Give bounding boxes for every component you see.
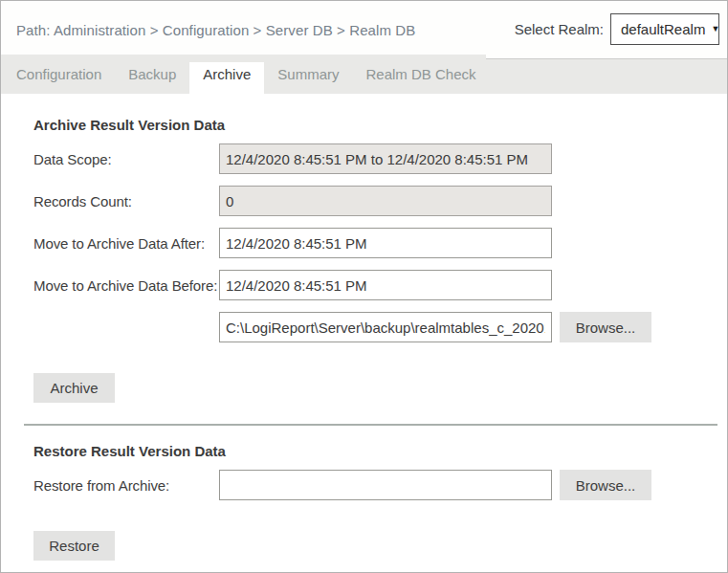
tab-realm-db-check[interactable]: Realm DB Check <box>353 55 490 94</box>
archive-tab-content: Archive Result Version Data Data Scope: … <box>1 94 727 573</box>
records-count-row: Records Count: <box>33 186 727 216</box>
move-after-input[interactable] <box>219 228 552 258</box>
data-scope-input <box>219 143 552 174</box>
realm-db-page: Path: Administration > Configuration > S… <box>0 0 728 573</box>
move-after-label: Move to Archive Data After: <box>33 235 219 252</box>
tab-bar: Configuration Backup Archive Summary Rea… <box>1 55 727 94</box>
select-realm-label: Select Realm: <box>515 21 604 37</box>
tab-configuration[interactable]: Configuration <box>3 55 115 94</box>
restore-from-archive-input[interactable] <box>219 470 552 500</box>
archive-path-input[interactable] <box>219 312 552 342</box>
restore-button[interactable]: Restore <box>33 531 115 561</box>
breadcrumb: Path: Administration > Configuration > S… <box>16 22 415 38</box>
move-after-row: Move to Archive Data After: <box>33 228 727 258</box>
records-count-input <box>219 186 552 216</box>
tab-backup[interactable]: Backup <box>115 55 189 94</box>
records-count-label: Records Count: <box>33 193 219 209</box>
page-header: Path: Administration > Configuration > S… <box>1 1 727 55</box>
move-before-label: Move to Archive Data Before: <box>33 277 219 294</box>
data-scope-label: Data Scope: <box>33 151 219 167</box>
restore-section-title: Restore Result Version Data <box>33 443 727 459</box>
section-divider <box>24 424 717 426</box>
chevron-down-icon: ▼ <box>711 24 719 33</box>
move-before-input[interactable] <box>219 270 552 300</box>
browse-restore-button[interactable]: Browse... <box>560 470 651 500</box>
browse-archive-button[interactable]: Browse... <box>560 312 651 342</box>
realm-select[interactable]: defaultRealm ▼ <box>610 13 719 45</box>
archive-section-title: Archive Result Version Data <box>33 117 727 133</box>
restore-from-row: Restore from Archive: Browse... <box>33 470 727 500</box>
archive-button[interactable]: Archive <box>33 373 115 403</box>
realm-picker: Select Realm: defaultRealm ▼ <box>515 13 719 45</box>
tab-summary[interactable]: Summary <box>264 55 352 94</box>
restore-from-label: Restore from Archive: <box>33 477 219 494</box>
realm-select-value: defaultRealm <box>621 21 705 37</box>
header-notch <box>486 55 727 59</box>
tab-archive[interactable]: Archive <box>189 55 264 94</box>
data-scope-row: Data Scope: <box>33 143 727 174</box>
archive-path-row: Browse... <box>33 312 727 342</box>
move-before-row: Move to Archive Data Before: <box>33 270 727 300</box>
